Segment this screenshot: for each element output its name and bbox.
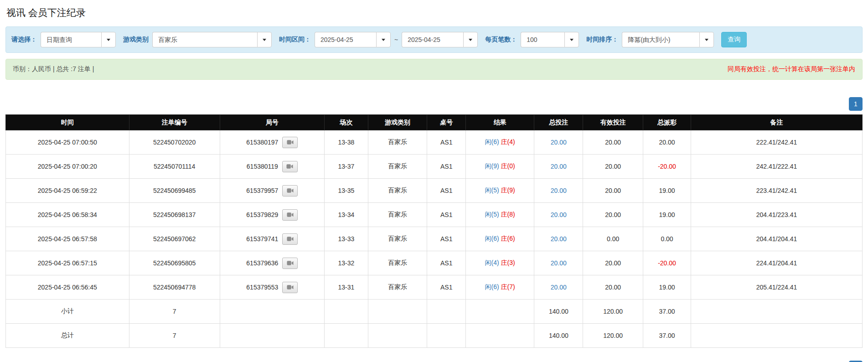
cell-round-id: 615379636: [220, 251, 324, 275]
cell-result: 闲(6) 庄(7): [465, 275, 534, 300]
date-from-dropdown[interactable]: 2025-04-25: [315, 32, 391, 47]
total-bet-link[interactable]: 20.00: [551, 259, 567, 267]
result-banker: 庄(6): [501, 235, 515, 242]
page-size-toggle-button[interactable]: [564, 32, 579, 47]
cell-result: 闲(9) 庄(0): [465, 155, 534, 179]
cell-payout: 19.00: [643, 179, 691, 203]
result-player: 闲(5): [485, 186, 499, 194]
cell-table-no: AS1: [427, 251, 466, 275]
payout-value: 20.00: [659, 139, 675, 146]
column-header: 时间: [6, 115, 129, 130]
result-banker: 庄(0): [501, 162, 515, 170]
cell-table-no: AS1: [427, 203, 466, 227]
result-player: 闲(9): [485, 162, 499, 170]
cell-game-type: 百家乐: [368, 227, 427, 251]
video-camera-icon: [287, 284, 294, 290]
cell-payout: -20.00: [643, 155, 691, 179]
caret-down-icon: [263, 39, 266, 41]
page-1-button[interactable]: 1: [849, 97, 863, 111]
subtotal-valid-bet: 120.00: [583, 300, 643, 324]
game-type-value: 百家乐: [152, 32, 257, 47]
sort-order-toggle-button[interactable]: [699, 32, 714, 47]
total-total-bet: 140.00: [534, 324, 583, 348]
cell-result: 闲(5) 庄(9): [465, 179, 534, 203]
total-bet-link[interactable]: 20.00: [551, 139, 567, 146]
page-size-label: 每页笔数：: [485, 36, 517, 44]
cell-result: 闲(4) 庄(3): [465, 251, 534, 275]
cell-table-no: AS1: [427, 155, 466, 179]
time-range-label: 时间区间：: [279, 36, 311, 44]
video-camera-icon: [287, 188, 294, 193]
total-bet-link[interactable]: 20.00: [551, 163, 567, 170]
cell-session: 13-32: [324, 251, 368, 275]
game-type-dropdown[interactable]: 百家乐: [152, 32, 272, 47]
column-header: 有效投注: [583, 115, 643, 130]
video-replay-button[interactable]: [282, 209, 298, 221]
valid-bet-notice-text: 同局有效投注，统一计算在该局第一张注单内: [728, 65, 855, 73]
cell-note: 222.41/242.41: [691, 130, 863, 155]
cell-result: 闲(6) 庄(4): [465, 130, 534, 155]
date-from-toggle-button[interactable]: [376, 32, 391, 47]
column-header: 注单编号: [129, 115, 220, 130]
currency-total-text: 币别：人民币 | 总共 :7 注单 |: [13, 65, 94, 73]
search-button[interactable]: 查询: [721, 32, 747, 47]
cell-session: 13-37: [324, 155, 368, 179]
subtotal-label: 小计: [6, 300, 129, 324]
payout-value: -20.00: [658, 259, 676, 267]
total-bet-link[interactable]: 20.00: [551, 235, 567, 243]
game-type-toggle-button[interactable]: [257, 32, 272, 47]
video-camera-icon: [287, 236, 294, 242]
cell-valid-bet: 20.00: [583, 155, 643, 179]
table-row: 2025-04-25 06:59:22522450699485615379957…: [6, 179, 863, 203]
query-type-dropdown[interactable]: 日期查询: [41, 32, 116, 47]
cell-total-bet: 20.00: [534, 179, 583, 203]
cell-payout: 0.00: [643, 227, 691, 251]
cell-session: 13-35: [324, 179, 368, 203]
date-range-separator: ~: [394, 36, 398, 43]
video-replay-button[interactable]: [282, 258, 298, 269]
round-id-text: 615379829: [246, 211, 278, 218]
cell-session: 13-38: [324, 130, 368, 155]
date-from-value: 2025-04-25: [315, 32, 376, 47]
video-replay-button[interactable]: [282, 137, 298, 148]
cell-note: 204.41/223.41: [691, 203, 863, 227]
page-size-value: 100: [521, 32, 564, 47]
cell-game-type: 百家乐: [368, 130, 427, 155]
sort-order-dropdown[interactable]: 降冪(由大到小): [622, 32, 714, 47]
page-size-dropdown[interactable]: 100: [521, 32, 579, 47]
total-bet-link[interactable]: 20.00: [551, 187, 567, 194]
cell-result: 闲(5) 庄(8): [465, 203, 534, 227]
subtotal-total-bet: 140.00: [534, 300, 583, 324]
cell-game-type: 百家乐: [368, 203, 427, 227]
column-header: 总投注: [534, 115, 583, 130]
total-payout: 37.00: [643, 324, 691, 348]
cell-bet-id: 522450694778: [129, 275, 220, 300]
video-replay-button[interactable]: [282, 282, 298, 293]
date-to-value: 2025-04-25: [402, 32, 463, 47]
cell-valid-bet: 0.00: [583, 227, 643, 251]
cell-note: 205.41/224.41: [691, 275, 863, 300]
date-to-dropdown[interactable]: 2025-04-25: [402, 32, 478, 47]
video-replay-button[interactable]: [282, 233, 298, 245]
result-player: 闲(5): [485, 211, 499, 218]
cell-time: 2025-04-25 06:57:15: [6, 251, 129, 275]
video-replay-button[interactable]: [282, 185, 298, 197]
caret-down-icon: [469, 39, 472, 41]
column-header: 总派彩: [643, 115, 691, 130]
summary-bar: 币别：人民币 | 总共 :7 注单 | 同局有效投注，统一计算在该局第一张注单内: [5, 59, 863, 80]
cell-table-no: AS1: [427, 275, 466, 300]
cell-total-bet: 20.00: [534, 227, 583, 251]
subtotal-row: 小计7140.00120.0037.00: [6, 300, 863, 324]
total-bet-link[interactable]: 20.00: [551, 211, 567, 218]
video-camera-icon: [286, 164, 293, 169]
cell-game-type: 百家乐: [368, 179, 427, 203]
total-bet-link[interactable]: 20.00: [551, 284, 567, 291]
date-to-toggle-button[interactable]: [463, 32, 478, 47]
query-type-toggle-button[interactable]: [101, 32, 116, 47]
video-replay-button[interactable]: [282, 161, 298, 172]
pagination-top: 1: [5, 97, 863, 111]
caret-down-icon: [382, 39, 385, 41]
round-id-text: 615380119: [247, 163, 278, 170]
cell-time: 2025-04-25 06:57:58: [6, 227, 129, 251]
caret-down-icon: [570, 39, 574, 41]
